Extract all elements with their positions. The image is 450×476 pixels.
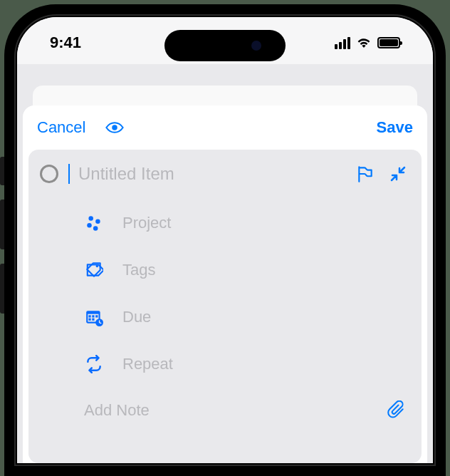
svg-rect-9 — [92, 315, 94, 317]
item-panel: Project Tags — [28, 150, 422, 463]
tags-field[interactable]: Tags — [84, 247, 412, 294]
attach-button[interactable] — [387, 400, 407, 420]
svg-rect-10 — [95, 315, 98, 317]
svg-point-1 — [88, 216, 93, 221]
battery-icon — [377, 37, 400, 48]
repeat-field[interactable]: Repeat — [84, 341, 412, 388]
status-time: 9:41 — [50, 29, 81, 52]
due-field[interactable]: Due — [84, 294, 412, 341]
tag-icon — [84, 260, 104, 280]
svg-rect-8 — [88, 315, 90, 317]
dynamic-island — [164, 30, 286, 61]
fields-list: Project Tags — [84, 200, 412, 430]
phone-frame: 9:41 Cancel — [4, 4, 446, 476]
flag-icon — [356, 165, 375, 183]
tags-label: Tags — [122, 261, 155, 279]
modal-header: Cancel Save — [23, 105, 427, 150]
collapse-icon — [389, 165, 407, 182]
calendar-icon — [84, 307, 104, 327]
save-button[interactable]: Save — [377, 118, 413, 137]
svg-point-2 — [95, 219, 100, 224]
eye-icon — [105, 118, 124, 137]
repeat-icon — [84, 354, 104, 374]
svg-point-3 — [87, 223, 92, 228]
collapse-button[interactable] — [389, 165, 407, 183]
svg-point-0 — [112, 125, 118, 130]
title-input[interactable] — [78, 162, 346, 185]
cellular-signal-icon — [335, 37, 350, 49]
project-label: Project — [122, 214, 171, 232]
wifi-icon — [356, 37, 372, 48]
text-cursor — [68, 164, 70, 184]
note-placeholder: Add Note — [84, 401, 387, 420]
focus-mode-button[interactable] — [105, 118, 124, 137]
note-field[interactable]: Add Note — [84, 390, 412, 430]
completion-toggle[interactable] — [40, 165, 58, 183]
flag-button[interactable] — [356, 165, 375, 183]
svg-rect-11 — [88, 319, 90, 321]
svg-point-5 — [96, 265, 98, 267]
title-row — [38, 162, 412, 185]
paperclip-icon — [387, 400, 406, 419]
svg-rect-12 — [92, 319, 94, 321]
project-field[interactable]: Project — [84, 200, 412, 247]
cancel-button[interactable]: Cancel — [37, 118, 85, 137]
project-icon — [84, 213, 104, 233]
repeat-label: Repeat — [122, 355, 173, 373]
status-icons — [335, 33, 400, 49]
new-item-modal: Cancel Save — [23, 105, 427, 463]
due-label: Due — [122, 308, 151, 326]
svg-point-4 — [93, 226, 98, 231]
